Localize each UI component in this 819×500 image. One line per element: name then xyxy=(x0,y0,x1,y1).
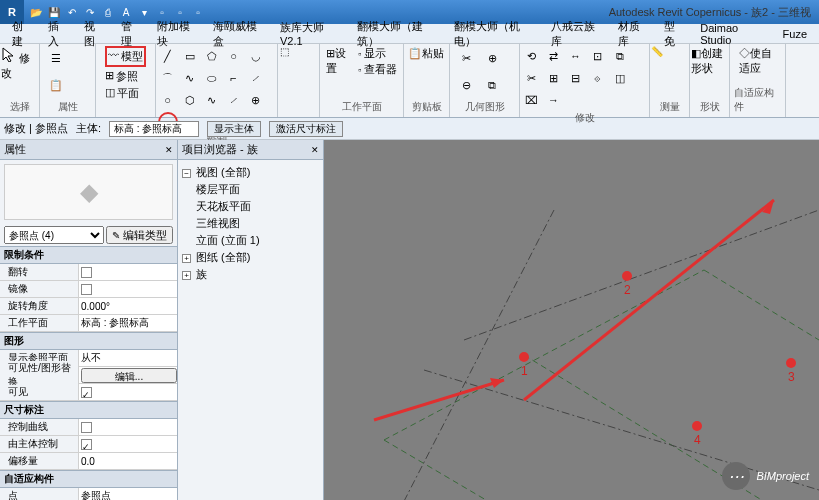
btn[interactable]: ⊖ xyxy=(454,74,478,98)
tree-item[interactable]: 立面 (立面 1) xyxy=(182,232,319,249)
ribbon-group-workplane: ⊞设置 ▫ 显示 ▫ 查看器 工作平面 xyxy=(320,44,404,117)
circle-tool[interactable]: ○ xyxy=(224,46,244,66)
tool[interactable]: ⊕ xyxy=(246,90,266,110)
rect-tool[interactable]: ▭ xyxy=(180,46,200,66)
viewport-3d[interactable]: 1234 ⋯ BIMproject xyxy=(324,140,819,500)
btn[interactable]: ✂ xyxy=(454,46,478,70)
plane-icon[interactable]: ◫ xyxy=(105,86,115,101)
line-tool[interactable]: ╱ xyxy=(158,46,178,66)
checkbox[interactable] xyxy=(81,422,92,433)
tree-item[interactable]: + 图纸 (全部) xyxy=(182,249,319,266)
property-value[interactable]: 参照点 xyxy=(78,488,177,500)
btn[interactable]: ⧉ xyxy=(480,74,504,98)
reference-point[interactable] xyxy=(519,352,529,362)
property-category[interactable]: 图形 xyxy=(0,332,177,350)
measure-button[interactable]: 📏 xyxy=(651,46,689,96)
tool[interactable]: ⟋ xyxy=(224,90,244,110)
type-selector[interactable]: 参照点 (4) xyxy=(4,226,104,244)
tool[interactable]: ⌧ xyxy=(522,90,542,110)
edit-type-button[interactable]: ✎ 编辑类型 xyxy=(106,226,173,244)
close-icon[interactable]: ✕ xyxy=(165,145,173,155)
tree-toggle-icon[interactable]: − xyxy=(182,169,191,178)
group-label: 几何图形 xyxy=(465,99,505,115)
close-icon[interactable]: ✕ xyxy=(311,145,319,155)
tool[interactable]: ⇄ xyxy=(544,46,564,66)
spline-tool[interactable]: ∿ xyxy=(180,68,200,88)
tool[interactable]: ○ xyxy=(158,90,178,110)
property-category[interactable]: 限制条件 xyxy=(0,246,177,264)
ref-icon[interactable]: ⊞ xyxy=(105,69,114,84)
tool[interactable]: ◫ xyxy=(610,68,630,88)
tool[interactable]: ⧉ xyxy=(610,46,630,66)
show-button[interactable]: ▫ 显示 xyxy=(358,46,397,61)
property-value[interactable] xyxy=(78,264,177,280)
property-value[interactable]: 从不 xyxy=(78,350,177,366)
tool[interactable]: ⟋ xyxy=(246,68,266,88)
property-key: 翻转 xyxy=(0,265,78,279)
property-category[interactable]: 自适应构件 xyxy=(0,470,177,488)
group-label: 选择 xyxy=(10,99,30,115)
tool[interactable]: ↔ xyxy=(566,46,586,66)
reference-point[interactable] xyxy=(692,421,702,431)
project-tree[interactable]: − 视图 (全部) 楼层平面 天花板平面 三维视图 立面 (立面 1)+ 图纸 … xyxy=(178,160,323,287)
type-button[interactable]: 📋 xyxy=(44,74,68,98)
tree-toggle-icon[interactable]: + xyxy=(182,271,191,280)
btn[interactable]: ⊕ xyxy=(480,46,504,70)
tree-item[interactable]: 楼层平面 xyxy=(182,181,319,198)
viewer-button[interactable]: ▫ 查看器 xyxy=(358,62,397,77)
property-value[interactable]: 0.0 xyxy=(78,453,177,469)
tree-item[interactable]: + 族 xyxy=(182,266,319,283)
tool[interactable]: ⊡ xyxy=(588,46,608,66)
show-host-button[interactable]: 显示主体 xyxy=(207,121,261,137)
activate-dims-button[interactable]: 激活尺寸标注 xyxy=(269,121,343,137)
tool[interactable]: ⟲ xyxy=(522,46,542,66)
property-row: 旋转角度0.000° xyxy=(0,298,177,315)
property-value[interactable] xyxy=(78,281,177,297)
tool[interactable]: ✂ xyxy=(522,68,542,88)
tool[interactable]: ∿ xyxy=(202,90,222,110)
tool[interactable]: ⟐ xyxy=(588,68,608,88)
grid-overlay xyxy=(324,140,819,500)
btn[interactable]: ⬚ xyxy=(280,46,318,96)
property-value[interactable] xyxy=(78,436,177,452)
property-category[interactable]: 尺寸标注 xyxy=(0,401,177,419)
tool[interactable]: ⊞ xyxy=(544,68,564,88)
tool[interactable]: ⊟ xyxy=(566,68,586,88)
checkbox[interactable] xyxy=(81,267,92,278)
poly-tool[interactable]: ⬠ xyxy=(202,46,222,66)
menu-fuze[interactable]: Fuze xyxy=(775,26,815,42)
modify-button[interactable]: 修改 xyxy=(1,46,39,96)
watermark: ⋯ BIMproject xyxy=(722,462,809,490)
host-dropdown[interactable]: 标高 : 参照标高 xyxy=(109,121,199,137)
arc2-tool[interactable]: ⌒ xyxy=(158,68,178,88)
create-shape-button[interactable]: ◧创建 形状 xyxy=(691,46,729,96)
tree-item[interactable]: 天花板平面 xyxy=(182,198,319,215)
paste-button[interactable]: 📋粘贴 xyxy=(408,46,446,96)
properties-button[interactable]: ☰ xyxy=(44,46,68,70)
tree-item[interactable]: 三维视图 xyxy=(182,215,319,232)
property-value[interactable] xyxy=(78,384,177,400)
tool[interactable]: → xyxy=(544,90,564,110)
tree-toggle-icon[interactable]: + xyxy=(182,254,191,263)
property-value[interactable] xyxy=(78,419,177,435)
checkbox[interactable] xyxy=(81,439,92,450)
property-value[interactable]: 标高 : 参照标高 xyxy=(78,315,177,331)
checkbox[interactable] xyxy=(81,387,92,398)
menu-bar: 创建 插入 视图 管理 附加模块 海颐威模盒 族库大师V2.1 翻模大师（建筑）… xyxy=(0,24,819,44)
reference-point[interactable] xyxy=(622,271,632,281)
make-adaptive-button[interactable]: ◇使自适应 xyxy=(739,46,777,85)
edit-button[interactable]: 编辑... xyxy=(81,368,177,383)
arc-tool[interactable]: ◡ xyxy=(246,46,266,66)
properties-grid[interactable]: 限制条件翻转镜像旋转角度0.000°工作平面标高 : 参照标高图形显示参照平面从… xyxy=(0,246,177,500)
point-label: 2 xyxy=(624,283,631,297)
property-value[interactable]: 0.000° xyxy=(78,298,177,314)
model-icon[interactable]: 〰 xyxy=(108,49,119,64)
set-button[interactable]: ⊞设置 xyxy=(326,46,356,96)
property-value[interactable]: 编辑... xyxy=(78,367,177,383)
tool[interactable]: ⬡ xyxy=(180,90,200,110)
ellipse-tool[interactable]: ⬭ xyxy=(202,68,222,88)
tree-item[interactable]: − 视图 (全部) xyxy=(182,164,319,181)
reference-point[interactable] xyxy=(786,358,796,368)
checkbox[interactable] xyxy=(81,284,92,295)
fillet-tool[interactable]: ⌐ xyxy=(224,68,244,88)
